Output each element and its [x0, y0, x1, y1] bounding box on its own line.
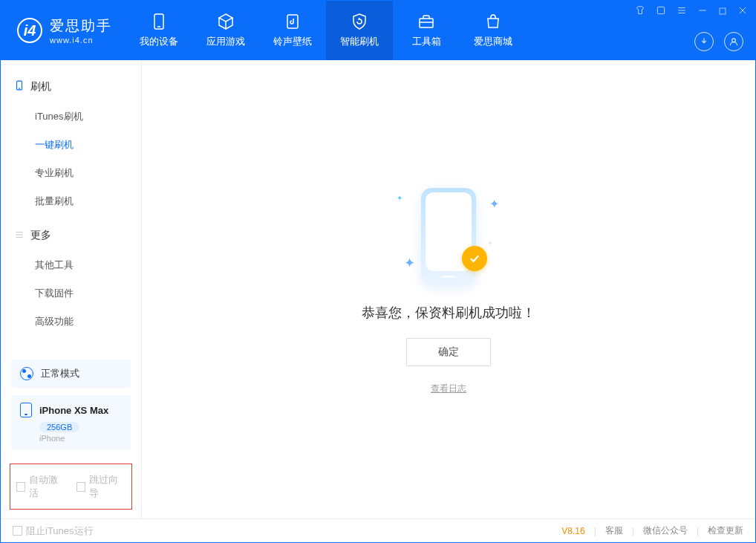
- nav-ringtone[interactable]: 铃声壁纸: [259, 1, 326, 60]
- phone-icon: [14, 79, 25, 94]
- storage-pill: 256GB: [39, 422, 79, 432]
- nav-flash[interactable]: 智能刷机: [326, 1, 393, 60]
- menu-header-more: 更多: [1, 223, 141, 248]
- app-window: i4 爱思助手 www.i4.cn 我的设备 应用游戏 铃声壁纸 智能刷机: [0, 0, 756, 543]
- app-subtitle: www.i4.cn: [50, 36, 112, 45]
- device-type: iPhone: [39, 434, 122, 443]
- app-title: 爱思助手: [50, 16, 112, 36]
- cube-icon: [217, 13, 235, 30]
- svg-rect-2: [287, 15, 298, 28]
- sparkle-icon: ✦: [397, 194, 403, 202]
- shield-refresh-icon: [351, 13, 368, 30]
- menu-item-pro-flash[interactable]: 专业刷机: [1, 159, 141, 187]
- music-file-icon: [284, 13, 302, 30]
- svg-rect-3: [420, 19, 433, 27]
- close-button[interactable]: [737, 5, 748, 18]
- sparkle-icon: ✦: [404, 255, 415, 271]
- menu-item-batch-flash[interactable]: 批量刷机: [1, 187, 141, 215]
- menu-icon[interactable]: [677, 5, 687, 18]
- support-link[interactable]: 客服: [605, 524, 623, 537]
- menu-item-itunes-flash[interactable]: iTunes刷机: [1, 103, 141, 131]
- menu-list-flash: iTunes刷机 一键刷机 专业刷机 批量刷机: [1, 100, 141, 223]
- menu-item-other-tools[interactable]: 其他工具: [1, 251, 141, 279]
- sidebar-menu: 刷机 iTunes刷机 一键刷机 专业刷机 批量刷机 更多 其他工具 下载固件 …: [1, 60, 141, 360]
- svg-rect-5: [657, 7, 664, 13]
- sparkle-icon: ✦: [489, 197, 499, 211]
- success-message: 恭喜您，保资料刷机成功啦！: [362, 304, 535, 322]
- footer-right: V8.16 | 客服 | 微信公众号 | 检查更新: [561, 524, 743, 537]
- menu-item-download-firmware[interactable]: 下载固件: [1, 279, 141, 308]
- mode-label: 正常模式: [41, 367, 79, 380]
- bottom-options: 自动激活 跳过向导: [10, 464, 132, 510]
- nav-store[interactable]: 爱思商城: [460, 1, 527, 60]
- phone-icon: [150, 13, 168, 30]
- logo: i4 爱思助手 www.i4.cn: [1, 1, 126, 60]
- view-log-link[interactable]: 查看日志: [431, 383, 466, 395]
- nav-my-device[interactable]: 我的设备: [126, 1, 192, 60]
- minimize-button[interactable]: [697, 5, 708, 18]
- device-panel: 正常模式 iPhone XS Max 256GB iPhone: [1, 360, 141, 458]
- checkbox-icon: [16, 482, 25, 492]
- feedback-icon[interactable]: [656, 5, 666, 18]
- mode-icon: [20, 367, 33, 380]
- user-icons: [694, 32, 748, 51]
- mode-card[interactable]: 正常模式: [11, 360, 131, 388]
- menu-item-onekey-flash[interactable]: 一键刷机: [1, 131, 141, 159]
- sidebar: 刷机 iTunes刷机 一键刷机 专业刷机 批量刷机 更多 其他工具 下载固件 …: [1, 60, 142, 518]
- checkbox-icon: [13, 526, 22, 536]
- checkbox-skip-guide[interactable]: 跳过向导: [76, 473, 126, 500]
- device-card[interactable]: iPhone XS Max 256GB iPhone: [11, 395, 131, 450]
- logo-icon: i4: [17, 18, 42, 43]
- menu-list-more: 其他工具 下载固件 高级功能: [1, 248, 141, 343]
- checkbox-auto-activate[interactable]: 自动激活: [16, 473, 66, 500]
- device-name: iPhone XS Max: [39, 405, 108, 416]
- check-badge-icon: [462, 246, 487, 271]
- nav-toolbox[interactable]: 工具箱: [393, 1, 460, 60]
- version-label: V8.16: [561, 526, 584, 536]
- sparkle-icon: ✦: [488, 240, 493, 247]
- svg-rect-10: [720, 8, 726, 14]
- header: i4 爱思助手 www.i4.cn 我的设备 应用游戏 铃声壁纸 智能刷机: [1, 1, 755, 60]
- top-nav: 我的设备 应用游戏 铃声壁纸 智能刷机 工具箱 爱思商城: [126, 1, 527, 60]
- update-link[interactable]: 检查更新: [708, 524, 743, 537]
- maximize-button[interactable]: [718, 6, 727, 18]
- menu-item-advanced[interactable]: 高级功能: [1, 308, 141, 336]
- menu-header-flash: 刷机: [1, 74, 141, 100]
- checkbox-icon: [76, 482, 85, 492]
- list-icon: [14, 230, 25, 242]
- download-button[interactable]: [694, 32, 714, 51]
- nav-apps[interactable]: 应用游戏: [192, 1, 259, 60]
- bag-icon: [484, 13, 502, 30]
- wechat-link[interactable]: 微信公众号: [643, 524, 688, 537]
- checkbox-block-itunes[interactable]: 阻止iTunes运行: [13, 524, 94, 538]
- ok-button[interactable]: 确定: [406, 338, 491, 366]
- success-illustration: ✦ ✦ ✦ ✦: [389, 183, 508, 287]
- main-content: ✦ ✦ ✦ ✦ 恭喜您，保资料刷机成功啦！ 确定 查看日志: [142, 60, 755, 518]
- body: 刷机 iTunes刷机 一键刷机 专业刷机 批量刷机 更多 其他工具 下载固件 …: [1, 60, 755, 518]
- window-controls: [635, 5, 748, 18]
- header-right: [635, 1, 748, 60]
- toolbox-icon: [417, 13, 435, 30]
- skin-icon[interactable]: [635, 5, 645, 18]
- footer: 阻止iTunes运行 V8.16 | 客服 | 微信公众号 | 检查更新: [1, 518, 755, 542]
- svg-point-13: [732, 39, 736, 42]
- phone-icon: [20, 403, 32, 417]
- account-button[interactable]: [724, 32, 743, 51]
